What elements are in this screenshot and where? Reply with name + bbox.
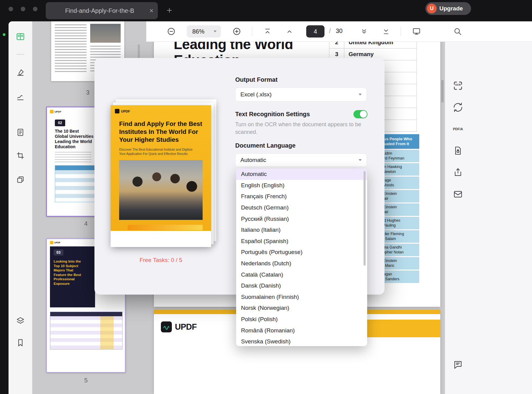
updf-cover-logo: UPDF [115, 109, 130, 113]
zoom-level-dropdown[interactable]: 86% [187, 25, 221, 38]
bookmark-icon[interactable] [15, 338, 26, 348]
share-icon[interactable] [452, 166, 464, 178]
document-language-dropdown[interactable]: Automatic [235, 153, 367, 167]
next-page-button[interactable] [360, 27, 369, 36]
language-option[interactable]: Norsk (Norwegian) [236, 303, 367, 314]
language-option[interactable]: Français (French) [236, 191, 367, 202]
text-placeholder [55, 24, 87, 73]
ocr-toggle[interactable] [353, 110, 367, 118]
language-option[interactable]: Português (Portuguese) [236, 247, 367, 258]
free-tasks-counter: Free Tasks: 0 / 5 [111, 257, 211, 263]
ocr-label: OCR [452, 83, 464, 86]
language-option[interactable]: Español (Spanish) [236, 236, 367, 247]
language-option[interactable]: Deutsch (German) [236, 202, 367, 213]
dropdown-scrollbar[interactable] [364, 171, 366, 266]
titlebar: Find-and-Apply-For-the-B U Upgrade [0, 0, 532, 21]
toggle-knob [360, 111, 367, 118]
document-language-label: Document Language [235, 142, 296, 149]
zoom-value: 86% [192, 28, 214, 35]
signature-edit-icon[interactable] [15, 92, 26, 102]
language-option[interactable]: Nederlands (Dutch) [236, 258, 367, 269]
language-option[interactable]: Svenska (Swedish) [236, 336, 367, 346]
minimize-window-button[interactable] [21, 7, 25, 11]
current-page-input[interactable]: 4 [306, 25, 325, 38]
tab-close-icon[interactable] [149, 9, 154, 13]
cover-gradient-bar [128, 225, 203, 230]
chevron-down-icon [214, 30, 217, 32]
language-option[interactable]: English (English) [236, 180, 367, 191]
pdfa-label: PDF/A [453, 127, 463, 131]
thumbnail-photo [90, 24, 121, 43]
language-option[interactable]: Automatic [236, 169, 367, 180]
updf-brand-text: UPDF [175, 322, 197, 332]
highlight-column [100, 316, 114, 349]
language-option[interactable]: Română (Romanian) [236, 325, 367, 336]
language-option[interactable]: Polski (Polish) [236, 314, 367, 325]
zoom-in-button[interactable] [232, 27, 241, 36]
page-separator: / [329, 27, 331, 34]
mail-icon[interactable] [452, 188, 464, 200]
language-option[interactable]: Русский (Russian) [236, 213, 367, 224]
cover-title: Find and Apply For the Best Institutes I… [119, 120, 202, 144]
new-tab-button[interactable] [165, 6, 174, 15]
section-badge: 02 [55, 120, 65, 126]
thumbnail-number: 5 [46, 377, 126, 384]
cover-block: 03 Looking Into the Top 10 Subject Major… [50, 246, 95, 307]
indicator-dot [3, 33, 5, 36]
ocr-icon[interactable]: OCR [452, 80, 464, 92]
annotate-highlighter-icon[interactable] [15, 67, 26, 78]
close-window-button[interactable] [9, 7, 13, 11]
updf-logo-icon [161, 321, 172, 332]
thumbnail-title: The 10 Best Global Universities Leading … [55, 129, 94, 149]
last-page-button[interactable] [381, 27, 391, 36]
comment-icon[interactable] [452, 359, 464, 371]
section-badge: 03 [54, 249, 63, 256]
tab-title: Find-and-Apply-For-the-B [50, 7, 149, 14]
reader-mode-icon[interactable] [15, 31, 26, 42]
output-format-value: Excel (.xlsx) [240, 91, 271, 98]
crop-icon[interactable] [15, 150, 26, 161]
zoom-window-button[interactable] [33, 7, 37, 11]
output-format-dropdown[interactable]: Excel (.xlsx) [235, 88, 367, 102]
previous-page-button[interactable] [285, 27, 294, 36]
user-avatar[interactable]: U [427, 4, 437, 13]
app-window: Find-and-Apply-For-the-B U Upgrade Leadi… [0, 0, 532, 394]
language-option[interactable]: Dansk (Danish) [236, 280, 367, 292]
first-page-button[interactable] [263, 27, 272, 36]
updf-logo-icon [50, 241, 53, 244]
left-tool-rail [9, 21, 32, 394]
organize-pages-icon[interactable] [15, 127, 26, 138]
language-option[interactable]: Italiano (Italian) [236, 224, 367, 236]
duplicate-pages-icon[interactable] [15, 174, 26, 185]
chevron-icon [359, 159, 362, 161]
language-option[interactable]: Català (Catalan) [236, 269, 367, 280]
toolbar-divider [252, 27, 252, 36]
upgrade-label: Upgrade [439, 5, 463, 12]
document-tab[interactable]: Find-and-Apply-For-the-B [46, 2, 158, 19]
cover-photo [119, 160, 203, 220]
updf-mini-logo: UPDF [50, 241, 60, 244]
presentation-mode-button[interactable] [412, 27, 421, 36]
rail-divider [16, 54, 24, 55]
cover-subtitle: Discover The Best Educational Institute … [119, 147, 193, 156]
pdfa-icon[interactable]: PDF/A [452, 123, 464, 135]
language-value: Automatic [240, 157, 266, 163]
layers-icon[interactable] [15, 316, 26, 326]
upgrade-button[interactable]: U Upgrade [425, 2, 471, 15]
thumbnail-table [50, 312, 122, 349]
zoom-out-button[interactable] [167, 27, 176, 36]
language-options-list: Automatic English (English) Français (Fr… [236, 169, 367, 346]
search-icon[interactable] [453, 27, 462, 36]
viewer-scrollbar[interactable] [441, 80, 444, 102]
document-protect-icon[interactable] [452, 145, 464, 157]
updf-mini-logo: UPDF [50, 110, 61, 113]
table-rows [50, 316, 122, 349]
updf-logo-icon [115, 109, 119, 113]
document-preview: UPDF Find and Apply For the Best Institu… [111, 105, 211, 247]
toolbar-divider [401, 27, 401, 36]
page-total: 30 [336, 27, 342, 34]
language-option[interactable]: Suomalainen (Finnish) [236, 292, 367, 303]
convert-icon[interactable] [452, 101, 464, 113]
text-recognition-label: Text Recognition Settings [235, 111, 310, 118]
yellow-block [367, 320, 440, 337]
